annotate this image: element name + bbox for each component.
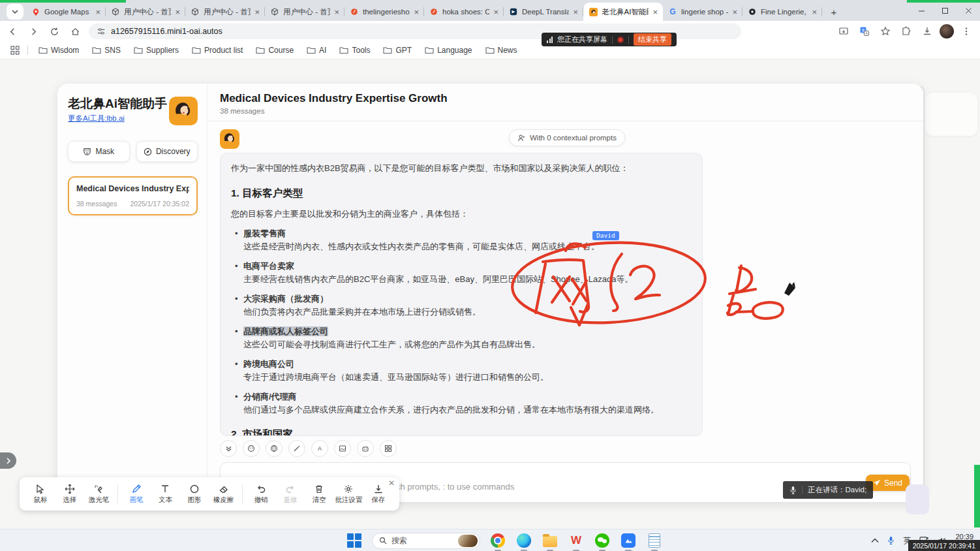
search-highlight-image[interactable] xyxy=(458,535,478,547)
list-item: 大宗采购商（批发商）他们负责将内衣产品批量采购并在本地市场上进行分销或销售。 xyxy=(235,292,692,318)
tab-close-icon[interactable]: × xyxy=(175,8,180,16)
folder-icon xyxy=(38,46,48,54)
minimize-button[interactable] xyxy=(910,0,933,21)
bookmark-folder-wisdom[interactable]: Wisdom xyxy=(32,43,85,57)
reload-button[interactable] xyxy=(46,23,63,40)
taskbar-edge[interactable] xyxy=(515,532,532,549)
tool-laser-pen[interactable]: 激光笔 xyxy=(85,484,112,505)
new-tab-button[interactable]: + xyxy=(826,4,842,20)
bookmark-folder-gpt[interactable]: GPT xyxy=(376,43,418,57)
browser-tab-ai-assistant-active[interactable]: 老北鼻AI智能助手 × xyxy=(583,3,663,21)
forward-button[interactable] xyxy=(25,23,42,40)
tab-label: 用户中心 - 首页 xyxy=(124,7,171,17)
close-window-button[interactable] xyxy=(957,0,980,21)
microphone-icon xyxy=(789,486,797,495)
tool-eraser[interactable]: 橡皮擦 xyxy=(210,484,237,505)
tab-close-icon[interactable]: × xyxy=(493,8,498,16)
contextual-prompts-pill[interactable]: With 0 contextual prompts xyxy=(509,129,625,146)
browser-tab-user-center-3[interactable]: 用户中心 - 首页 × xyxy=(265,3,345,21)
bookmark-folder-ai[interactable]: AI xyxy=(300,43,333,57)
panel-expander-handle[interactable] xyxy=(0,452,16,469)
browser-menu-icon[interactable] xyxy=(958,23,975,40)
tab-close-icon[interactable]: × xyxy=(812,8,817,16)
tool-save[interactable]: 保存 xyxy=(365,484,391,505)
deepl-icon xyxy=(509,7,518,16)
tool-pen-active[interactable]: 画笔 xyxy=(123,484,150,505)
taskbar-search[interactable]: 搜索 xyxy=(372,533,480,549)
taskbar-wps[interactable]: W xyxy=(568,532,585,549)
back-button[interactable] xyxy=(4,23,21,40)
tool-annotation-settings[interactable]: 批注设置 xyxy=(335,484,362,505)
url-text: a12657915116.mini1-oai.autos xyxy=(111,27,222,36)
tab-close-icon[interactable]: × xyxy=(334,8,339,16)
image-button[interactable] xyxy=(334,440,351,457)
browser-tab-google-maps[interactable]: Google Maps × xyxy=(26,3,106,21)
font-size-button[interactable]: A xyxy=(311,440,328,457)
profile-avatar[interactable] xyxy=(940,24,954,39)
tab-close-icon[interactable]: × xyxy=(414,8,419,16)
browser-tab-thelingerieshop[interactable]: thelingerieshop × xyxy=(345,3,424,21)
chat-item-timestamp: 2025/1/17 20:35:02 xyxy=(130,200,189,208)
translate-icon[interactable]: 文A xyxy=(856,23,873,40)
start-button[interactable] xyxy=(346,532,363,549)
tab-search-button[interactable] xyxy=(7,4,23,20)
mask-button[interactable]: Mask xyxy=(68,141,130,162)
tab-close-icon[interactable]: × xyxy=(254,8,260,16)
scroll-to-bottom-button[interactable] xyxy=(220,440,237,457)
toolbar-close-icon[interactable]: ✕ xyxy=(388,479,395,487)
recording-icon xyxy=(617,37,624,43)
maximize-button[interactable] xyxy=(933,0,957,21)
tool-shape[interactable]: 图形 xyxy=(181,484,208,505)
taskbar-explorer[interactable] xyxy=(542,532,559,549)
tool-redo-disabled[interactable]: 重做 xyxy=(277,484,303,505)
tray-microphone-icon[interactable] xyxy=(887,536,895,545)
tool-text[interactable]: 文本 xyxy=(152,484,179,505)
bookmark-star-icon[interactable] xyxy=(877,23,894,40)
robot-button[interactable] xyxy=(357,440,374,457)
divider xyxy=(628,36,629,44)
taskbar-chrome[interactable] xyxy=(489,532,506,549)
tool-mouse[interactable]: 鼠标 xyxy=(27,484,54,505)
downloads-icon[interactable] xyxy=(919,23,936,40)
tab-label: DeepL Translate: xyxy=(522,8,569,16)
theme-button[interactable] xyxy=(243,440,260,457)
taskbar-wechat[interactable] xyxy=(594,532,611,549)
tab-close-icon[interactable]: × xyxy=(732,8,737,16)
tab-close-icon[interactable]: × xyxy=(95,8,100,16)
browser-tab-user-center-1[interactable]: 用户中心 - 首页 × xyxy=(106,3,185,21)
tab-close-icon[interactable]: × xyxy=(652,8,658,16)
tool-clear[interactable]: 清空 xyxy=(306,484,333,505)
chat-list-item-selected[interactable]: Medical Devices Industry Exp... 38 messa… xyxy=(68,176,198,215)
browser-tab-deepl[interactable]: DeepL Translate: × xyxy=(504,3,583,21)
bookmark-folder-language[interactable]: Language xyxy=(418,43,478,57)
browser-tab-fine-lingerie[interactable]: Fine Lingerie, Sle × xyxy=(743,3,822,21)
bookmark-folder-suppliers[interactable]: Suppliers xyxy=(127,43,185,57)
plugins-grid-button[interactable] xyxy=(380,440,397,457)
more-tools-link[interactable]: 更多Ai工具:lbb.ai xyxy=(68,114,125,123)
bookmark-folder-sns[interactable]: SNS xyxy=(85,43,127,57)
taskbar-notes[interactable] xyxy=(646,532,663,549)
tab-close-icon[interactable]: × xyxy=(573,8,578,16)
tool-undo[interactable]: 撤销 xyxy=(248,484,275,505)
apps-grid-icon[interactable] xyxy=(7,46,23,55)
home-button[interactable] xyxy=(67,23,84,40)
extensions-icon[interactable] xyxy=(898,23,915,40)
screen-share-banner: 您正在共享屏幕 结束共享 xyxy=(542,33,677,46)
browser-tab-hoka-shoes[interactable]: hoka shoes: Ove × xyxy=(424,3,504,21)
browser-tab-lingerie-shop-search[interactable]: G lingerie shop - G × xyxy=(663,3,743,21)
tool-select[interactable]: 选择 xyxy=(57,484,84,505)
browser-tab-user-center-2[interactable]: 用户中心 - 首页 × xyxy=(185,3,265,21)
ai-assistant-icon xyxy=(589,7,598,16)
bookmark-folder-news[interactable]: News xyxy=(479,43,524,57)
bookmark-folder-product-list[interactable]: Product list xyxy=(185,43,249,57)
bookmark-folder-course[interactable]: Course xyxy=(249,43,300,57)
bookmark-folder-tools[interactable]: Tools xyxy=(333,43,376,57)
tray-chevron-up-icon[interactable] xyxy=(871,538,879,543)
stop-share-button[interactable]: 结束共享 xyxy=(634,33,671,46)
windows-logo-icon xyxy=(347,533,361,548)
discovery-button[interactable]: Discovery xyxy=(136,141,198,162)
prompt-wand-button[interactable] xyxy=(288,440,305,457)
language-button[interactable] xyxy=(266,440,283,457)
install-icon[interactable] xyxy=(835,23,852,40)
taskbar-meeting[interactable] xyxy=(620,532,637,549)
